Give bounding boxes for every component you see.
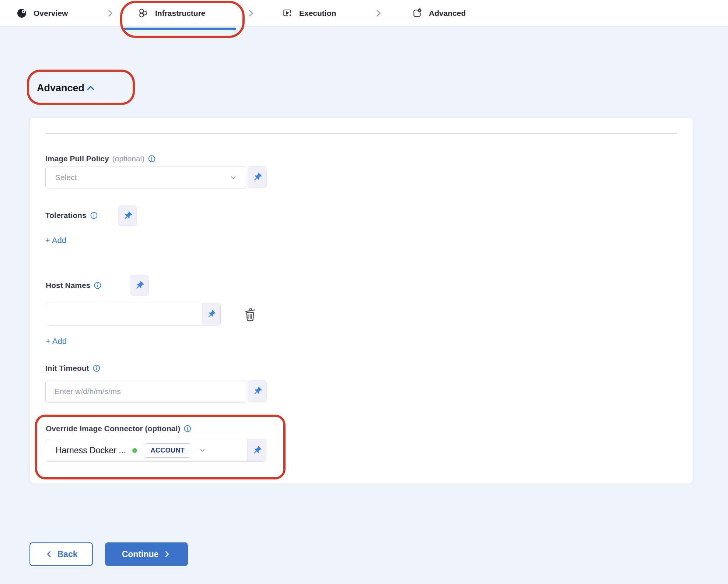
chevron-down-icon xyxy=(229,173,238,182)
pin-icon xyxy=(123,211,133,221)
active-tab-indicator xyxy=(123,28,236,30)
continue-button-label: Continue xyxy=(122,549,159,559)
tab-label: Execution xyxy=(299,9,336,18)
chevron-right-icon xyxy=(163,550,171,558)
label-text: Tolerations xyxy=(45,211,87,220)
connector-name: Harness Docker ... xyxy=(56,446,126,455)
tab-label: Infrastructure xyxy=(155,9,206,18)
pin-icon xyxy=(252,386,262,396)
infrastructure-icon xyxy=(138,8,148,18)
execution-icon xyxy=(282,8,293,18)
info-icon[interactable] xyxy=(90,211,98,219)
chevron-right-icon xyxy=(374,8,383,20)
overview-icon xyxy=(17,8,27,18)
tolerations-pin-button[interactable] xyxy=(118,205,137,226)
pin-icon xyxy=(134,281,144,291)
scope-badge: ACCOUNT xyxy=(144,443,191,458)
divider xyxy=(45,133,677,134)
image-pull-policy-label: Image Pull Policy (optional) xyxy=(45,154,156,163)
connector-status-dot xyxy=(132,448,137,453)
chevron-left-icon xyxy=(45,550,53,558)
init-timeout-input[interactable] xyxy=(45,380,246,403)
chevron-down-icon xyxy=(198,446,207,455)
tab-infrastructure[interactable]: Infrastructure xyxy=(138,0,206,27)
label-text: Host Names xyxy=(46,281,90,290)
info-icon[interactable] xyxy=(94,281,102,289)
pipeline-infrastructure-page: Overview Infrastructure xyxy=(0,0,728,584)
pin-icon xyxy=(252,446,262,455)
advanced-tab-icon xyxy=(412,8,422,18)
init-timeout-pin-button[interactable] xyxy=(248,380,267,402)
host-names-label: Host Names xyxy=(46,281,102,290)
tolerations-label: Tolerations xyxy=(45,211,98,220)
label-text: Image Pull Policy xyxy=(45,154,109,163)
section-title: Advanced xyxy=(37,82,84,94)
label-text: Init Timeout xyxy=(45,364,89,373)
override-image-connector-group: Harness Docker ... ACCOUNT xyxy=(46,439,266,462)
tolerations-add-button[interactable]: + Add xyxy=(45,236,66,245)
host-names-pin-button[interactable] xyxy=(130,275,149,296)
info-icon[interactable] xyxy=(148,155,156,163)
info-icon[interactable] xyxy=(92,364,101,372)
advanced-settings-card: Image Pull Policy (optional) Select xyxy=(30,118,693,483)
tab-label: Overview xyxy=(34,9,68,18)
tab-label: Advanced xyxy=(429,9,466,18)
host-name-input[interactable] xyxy=(46,303,202,325)
optional-text: (optional) xyxy=(112,154,145,163)
host-names-add-button[interactable]: + Add xyxy=(46,337,67,346)
collapse-section-button[interactable] xyxy=(85,83,96,94)
tab-execution[interactable]: Execution xyxy=(282,0,336,27)
tab-advanced[interactable]: Advanced xyxy=(412,0,466,27)
label-text: Override Image Connector (optional) xyxy=(46,424,180,433)
override-image-connector-pin-button[interactable] xyxy=(247,439,266,461)
host-name-delete-button[interactable] xyxy=(242,306,258,322)
host-name-input-group xyxy=(46,303,221,326)
trash-icon xyxy=(242,306,258,322)
select-placeholder: Select xyxy=(55,173,77,182)
override-image-connector-select[interactable]: Harness Docker ... ACCOUNT xyxy=(46,439,247,461)
back-button-label: Back xyxy=(57,549,78,559)
pin-icon xyxy=(207,310,216,319)
back-button[interactable]: Back xyxy=(29,542,93,566)
stage-tab-bar: Overview Infrastructure xyxy=(0,0,728,27)
image-pull-policy-select[interactable]: Select xyxy=(45,166,246,189)
pin-icon xyxy=(252,172,262,182)
image-pull-policy-pin-button[interactable] xyxy=(248,166,267,188)
continue-button[interactable]: Continue xyxy=(105,542,188,566)
advanced-section-header: Advanced xyxy=(37,82,96,94)
chevron-right-icon xyxy=(246,8,256,20)
chevron-up-icon xyxy=(85,83,96,94)
override-image-connector-label: Override Image Connector (optional) xyxy=(46,424,192,433)
info-icon[interactable] xyxy=(183,425,192,433)
host-name-input-pin-button[interactable] xyxy=(202,303,220,325)
tab-overview[interactable]: Overview xyxy=(17,0,68,27)
chevron-right-icon xyxy=(105,8,115,20)
init-timeout-label: Init Timeout xyxy=(45,364,101,373)
